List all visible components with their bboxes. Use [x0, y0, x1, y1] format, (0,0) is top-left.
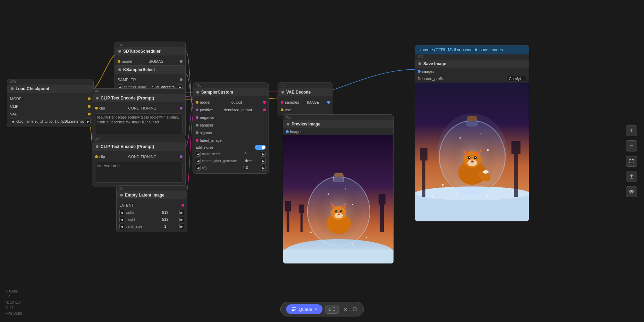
ckpt-name-label: ckpt_name — [16, 120, 33, 123]
sampler-denoised-dot — [263, 108, 266, 111]
node-title-preview: Preview Image — [291, 122, 320, 127]
count-down-btn[interactable]: ▼ — [332, 309, 336, 313]
ckpt-prev-btn[interactable]: ◀ — [10, 119, 15, 124]
sampler-addnoise-toggle[interactable] — [255, 145, 266, 150]
sampler-sampler-in-label: sampler — [200, 123, 213, 127]
latent-height-label: height — [126, 218, 151, 221]
expand-toolbar-btn[interactable]: □ — [352, 305, 358, 313]
latent-width-prev[interactable]: ◀ — [119, 210, 124, 215]
sampler-model-in-dot — [196, 101, 198, 104]
svg-rect-74 — [292, 309, 296, 310]
node-header-latent: Empty Latent Image — [117, 191, 187, 199]
sampler-positive-row: positive denoised_output — [193, 106, 269, 114]
fit-btn[interactable] — [626, 156, 637, 167]
ksampler-sampler-dot — [180, 78, 183, 81]
save-image-display — [415, 82, 529, 221]
eye-btn[interactable] — [626, 186, 637, 197]
svg-rect-7 — [299, 204, 304, 213]
preview-image-svg — [283, 135, 393, 263]
clip-text-encode-2-node: #7 CLIP Text Encode (Prompt) clip CONDIT… — [92, 137, 186, 186]
latent-batch-prev[interactable]: ◀ — [119, 224, 124, 229]
sampler-output-dot — [263, 101, 266, 104]
zoom-out-btn[interactable]: − — [626, 140, 637, 151]
sampler-ctrl-next[interactable]: ▶ — [261, 158, 266, 164]
sampler-positive-in-label: positive — [200, 108, 213, 112]
sampler-sampler-in-dot — [196, 124, 198, 127]
close-toolbar-btn[interactable]: ✕ — [342, 305, 349, 313]
sampler-addnoise-row: add_noise — [193, 144, 269, 150]
svg-point-23 — [340, 210, 342, 212]
count-stepper[interactable]: ▲ ▼ — [332, 306, 336, 313]
latent-width-row: ◀ width 512 ▶ — [117, 209, 187, 216]
svg-point-59 — [474, 156, 477, 159]
queue-icon — [291, 306, 297, 312]
ckpt-next-btn[interactable]: ▶ — [86, 119, 91, 124]
empty-latent-node: #5 Empty Latent Image LATENT ◀ width 512… — [116, 185, 187, 232]
svg-rect-12 — [334, 173, 343, 177]
node-header-clip2: CLIP Text Encode (Prompt) — [92, 142, 185, 151]
node-header-vae: VAE Decode — [278, 88, 333, 96]
status-iteration: I: 0 — [6, 294, 22, 300]
save-images-label: images — [422, 69, 434, 73]
preview-images-row: images — [283, 128, 393, 135]
latent-width-next[interactable]: ▶ — [179, 210, 184, 215]
sampler-custom-node: #13 SamplerCustom model output positive … — [193, 82, 269, 174]
latent-batch-row: ◀ batch_size 1 ▶ — [117, 223, 187, 230]
latent-height-next[interactable]: ▶ — [179, 217, 184, 222]
queue-button[interactable]: Queue ▼ — [286, 304, 323, 314]
node-title-latent: Empty Latent Image — [125, 193, 164, 198]
node-body-vae: samples IMAGE vae — [278, 96, 333, 116]
vae-vae-row: vae — [278, 106, 333, 114]
latent-status-dot — [120, 194, 123, 197]
port-model-label: MODEL — [10, 97, 24, 101]
latent-out-label: LATENT — [119, 203, 134, 207]
sampler-model-row: model output — [193, 98, 269, 106]
node-id-22: #22 — [115, 42, 185, 47]
sampler-addnoise-label: add_noise — [196, 145, 213, 149]
svg-point-72 — [512, 191, 513, 192]
latent-output-row: LATENT — [117, 201, 187, 209]
node-header-sdturbo: SDTurboScheduler — [115, 47, 185, 55]
save-status-dot — [418, 62, 421, 65]
sampler-status-dot — [196, 91, 199, 94]
clip1-clip-row: clip CONDITIONING — [92, 104, 185, 112]
save-filename-value: ComfyUI — [506, 76, 526, 81]
vae-samples-row: samples IMAGE — [278, 98, 333, 106]
clip1-conditioning-out: CONDITIONING — [128, 106, 156, 110]
sampler-cfg-row: ◀ cfg 1.0 ▶ — [193, 164, 269, 171]
latent-out-dot — [181, 204, 184, 207]
sampler-seed-prev[interactable]: ◀ — [196, 151, 201, 157]
latent-height-prev[interactable]: ◀ — [119, 217, 124, 222]
clip1-clip-in-label: clip — [99, 106, 105, 110]
node-title-load-checkpoint: Load Checkpoint — [16, 86, 49, 91]
node-id-sampler: #13 — [193, 83, 269, 88]
svg-point-60 — [469, 157, 470, 158]
sampler-sigmas-in-label: sigmas — [200, 131, 212, 135]
clip2-clip-row: clip CONDITIONING — [92, 153, 185, 160]
sampler-cfg-prev[interactable]: ◀ — [196, 165, 201, 171]
node-title-ksampler: KSamplerSelect — [123, 67, 155, 72]
sampler-cfg-next[interactable]: ▶ — [261, 165, 266, 171]
share-btn[interactable] — [626, 171, 637, 182]
svg-point-50 — [487, 149, 489, 151]
node-id-clip2: #7 — [92, 137, 185, 142]
clip2-text-area[interactable]: text, watermark — [95, 162, 183, 183]
status-n: N: 10 [10] — [6, 300, 22, 305]
sampler-negative-in-dot — [196, 116, 198, 119]
clip1-text-area[interactable]: beautiful landscape scenery glass bottle… — [95, 113, 183, 134]
sdturbo-model-row: model SIGMAS — [115, 58, 185, 65]
port-clip-label: CLIP — [10, 104, 18, 108]
sampler-seed-next[interactable]: ▶ — [261, 151, 266, 157]
clip1-status-dot — [96, 97, 99, 99]
vae-samples-in-dot — [281, 101, 283, 104]
svg-rect-9 — [283, 250, 393, 263]
node-title-sdturbo: SDTurboScheduler — [123, 49, 161, 54]
queue-count-value: 1 — [329, 307, 331, 312]
sampler-ctrl-prev[interactable]: ◀ — [196, 158, 201, 164]
share-icon — [629, 174, 634, 179]
zoom-in-btn[interactable]: + — [626, 125, 637, 136]
latent-batch-next[interactable]: ▶ — [179, 224, 184, 229]
bottom-toolbar: Queue ▼ 1 ▲ ▼ ✕ □ — [280, 302, 364, 316]
sampler-sigmas-row: sigmas — [193, 129, 269, 137]
count-up-btn[interactable]: ▲ — [332, 306, 336, 309]
